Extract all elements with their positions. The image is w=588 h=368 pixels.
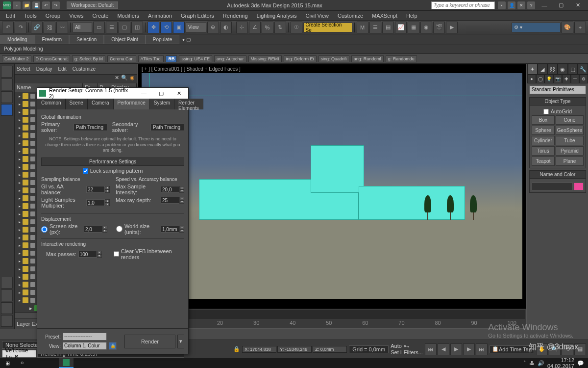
left-tool-button[interactable]: [1, 315, 13, 327]
plugin-item[interactable]: ang: Randoml: [351, 55, 384, 62]
start-button[interactable]: ⊞: [0, 358, 15, 368]
spinner-up[interactable]: ▴: [102, 226, 107, 229]
cameras-subtab[interactable]: 📷: [553, 75, 562, 83]
scene-sort-icon[interactable]: ◉: [130, 75, 135, 83]
expand-icon[interactable]: ▸: [19, 157, 21, 161]
spinner-up[interactable]: ▴: [179, 186, 184, 189]
dialog-tab-system[interactable]: System: [150, 99, 174, 109]
plugin-item[interactable]: RB: [166, 55, 177, 62]
ref-coord-dropdown[interactable]: View: [186, 23, 206, 32]
render-flyout[interactable]: ▾: [177, 335, 184, 348]
max-ray-input[interactable]: [161, 197, 179, 204]
maximize-button[interactable]: ▢: [554, 0, 568, 10]
spinner-down[interactable]: ▾: [97, 254, 102, 258]
dialog-tab-common[interactable]: Common: [37, 99, 66, 109]
tray-volume-icon[interactable]: 🔊: [538, 360, 544, 367]
create-cone-button[interactable]: Cone: [556, 115, 584, 125]
object-name-input[interactable]: [532, 183, 573, 190]
percent-snap-button[interactable]: %: [262, 22, 273, 33]
plugin-item[interactable]: sing: Quadrifi: [318, 55, 349, 62]
screen-size-input[interactable]: [84, 226, 102, 233]
material-editor-button[interactable]: ◉: [420, 22, 432, 33]
render-frame-button[interactable]: ▶: [446, 22, 458, 33]
dialog-tab-performance[interactable]: Performance: [114, 99, 150, 109]
utilities-tab[interactable]: 🔧: [578, 64, 588, 75]
lock-selection-icon[interactable]: 🔒: [233, 346, 240, 352]
minimize-button[interactable]: —: [537, 0, 552, 10]
add-button[interactable]: +: [574, 22, 586, 33]
plugin-item[interactable]: g: Select By M: [72, 55, 105, 62]
render-button[interactable]: Render: [124, 335, 175, 348]
render-setup-button[interactable]: 🎬: [433, 22, 445, 33]
open-icon[interactable]: 📁: [23, 1, 30, 9]
dialog-tab-camera[interactable]: Camera: [88, 99, 114, 109]
create-pyramid-button[interactable]: Pyramid: [556, 146, 584, 156]
menu-customize[interactable]: Customize: [334, 12, 367, 20]
expand-icon[interactable]: ▸: [19, 118, 21, 122]
autogrid-checkbox[interactable]: [543, 109, 549, 114]
goto-start-button[interactable]: ⏮: [425, 343, 437, 355]
create-sphere-button[interactable]: Sphere: [532, 126, 555, 135]
create-tab[interactable]: ✦: [527, 64, 538, 75]
expand-icon[interactable]: ▸: [19, 126, 21, 130]
save-icon[interactable]: 💾: [32, 1, 40, 9]
expand-icon[interactable]: ▸: [19, 251, 21, 256]
lock-view-icon[interactable]: 🔒: [109, 342, 117, 350]
expand-icon[interactable]: ▸: [19, 212, 21, 216]
gi-aa-input[interactable]: [86, 186, 105, 193]
filters-label[interactable]: Filters...: [404, 349, 423, 355]
expand-icon[interactable]: ▸: [19, 188, 21, 193]
left-tool-button[interactable]: [1, 79, 13, 90]
menu-civilview[interactable]: Civil View: [302, 12, 333, 20]
plugin-item[interactable]: ATiles Tool: [138, 55, 164, 62]
spinner-down[interactable]: ▾: [179, 189, 184, 193]
spinner-down[interactable]: ▾: [105, 189, 110, 193]
expand-icon[interactable]: ▸: [19, 94, 21, 99]
dialog-titlebar[interactable]: Render Setup: Corona 1.5 (hotfix 2) — ▢ …: [37, 88, 188, 99]
menu-views[interactable]: Views: [65, 12, 87, 20]
menu-tools[interactable]: Tools: [20, 12, 41, 20]
expand-icon[interactable]: ▸: [19, 102, 21, 106]
helpers-subtab[interactable]: ✚: [562, 75, 571, 83]
layers-button[interactable]: ▤: [382, 22, 394, 33]
menu-create[interactable]: Create: [88, 12, 112, 20]
dialog-minimize[interactable]: —: [137, 90, 151, 96]
schematic-button[interactable]: ▦: [408, 22, 419, 33]
left-tool-button[interactable]: [1, 277, 13, 289]
workspace-selector[interactable]: Workspace: Default: [67, 1, 118, 9]
max-sample-input[interactable]: [161, 186, 179, 193]
explorer-task-icon[interactable]: [44, 358, 59, 368]
key-icon[interactable]: 🗝: [404, 343, 409, 349]
tray-chevron-icon[interactable]: ˄: [523, 360, 526, 367]
expand-icon[interactable]: ▸: [19, 267, 21, 271]
menu-grapheditors[interactable]: Graph Editors: [177, 12, 218, 20]
left-tool-button[interactable]: [1, 66, 13, 78]
spinner-down[interactable]: ▾: [179, 200, 184, 204]
expand-icon[interactable]: ▸: [19, 290, 21, 295]
spinner-down[interactable]: ▾: [105, 203, 110, 206]
menu-animation[interactable]: Animation: [144, 12, 176, 20]
select-region-button[interactable]: ▢: [119, 22, 130, 33]
left-tool-button[interactable]: [1, 289, 13, 301]
light-mult-input[interactable]: [86, 199, 105, 206]
new-icon[interactable]: ▫: [13, 1, 21, 9]
dialog-close[interactable]: ✕: [172, 90, 186, 97]
ribbon-tab-modeling[interactable]: Modeling: [0, 35, 35, 44]
unlink-button[interactable]: ⛓: [44, 22, 55, 33]
expand-icon[interactable]: ▸: [19, 133, 21, 138]
goto-end-button[interactable]: ⏭: [476, 343, 488, 355]
create-teapot-button[interactable]: Teapot: [532, 157, 555, 166]
max-passes-input[interactable]: [78, 251, 97, 258]
close-button[interactable]: ✕: [570, 0, 585, 10]
scene-search-icon[interactable]: 🔍: [121, 75, 128, 83]
select-button[interactable]: ▭: [93, 22, 105, 33]
next-frame-button[interactable]: ▶: [463, 343, 475, 355]
viewport-label[interactable]: [ + ] [ Camera001 ] [ Shaded + Edged Fac…: [142, 66, 241, 72]
ribbon-tab-populate[interactable]: Populate: [146, 35, 179, 44]
prev-frame-button[interactable]: ◀: [438, 343, 449, 355]
display-tab[interactable]: ▢: [568, 64, 578, 75]
world-size-input[interactable]: [161, 226, 179, 233]
plugin-item[interactable]: GridMaker 2: [2, 55, 31, 62]
ribbon-tab-selection[interactable]: Selection: [69, 35, 104, 44]
create-cylinder-button[interactable]: Cylinder: [532, 136, 555, 145]
